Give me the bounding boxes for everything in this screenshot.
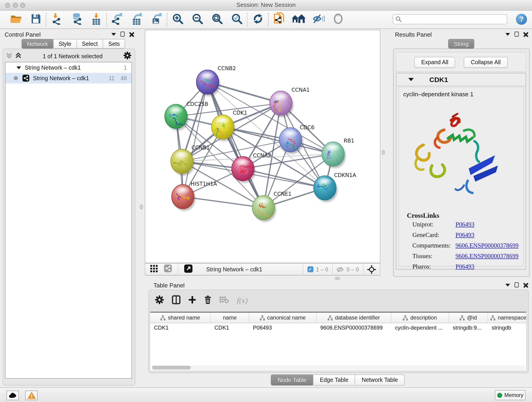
help-button[interactable]: ?	[516, 14, 527, 25]
import-database-button[interactable]	[70, 13, 83, 26]
cloud-button[interactable]	[6, 390, 19, 400]
apply-layout-button[interactable]	[252, 13, 264, 26]
save-session-button[interactable]	[29, 13, 42, 26]
network-node-CDK1[interactable]	[211, 115, 235, 141]
gene-expander-icon[interactable]	[408, 78, 414, 81]
search-input[interactable]	[393, 14, 507, 24]
table-horizontal-scrollbar[interactable]	[151, 365, 525, 370]
column-header-databaseidentifier[interactable]: database identifier	[317, 313, 391, 323]
collapse-all-icon[interactable]	[6, 52, 13, 61]
crosslink-link[interactable]: 9606.ENSP00000378699	[456, 242, 519, 249]
table-cell[interactable]: stringdb	[488, 323, 526, 332]
tab-network-table[interactable]: Network Table	[355, 375, 405, 385]
network-edge[interactable]	[208, 82, 264, 208]
hidden-eye-slash-icon	[336, 266, 344, 273]
tab-string[interactable]: String	[448, 39, 474, 49]
table-scrollbar-thumb[interactable]	[152, 366, 191, 370]
panel-float-icon[interactable]	[515, 282, 519, 287]
table-cell[interactable]: CDK1	[150, 323, 211, 332]
right-splitter-handle[interactable]	[382, 150, 385, 155]
panel-close-icon[interactable]	[523, 282, 528, 287]
crosslink-link[interactable]: P06493	[456, 263, 475, 270]
panel-menu-icon[interactable]	[505, 283, 510, 286]
network-node-HIST1H1A[interactable]	[172, 185, 196, 211]
grid-view-icon[interactable]	[150, 265, 158, 274]
table-row[interactable]: CDK1CDK1P064939606.ENSP00000378699cyclin…	[150, 323, 526, 332]
panel-menu-icon[interactable]	[505, 33, 510, 36]
column-header-name[interactable]: name	[211, 313, 249, 323]
zoom-selected-button[interactable]	[230, 13, 243, 26]
column-header-canonicalname[interactable]: canonical name	[249, 313, 317, 323]
zoom-fit-button[interactable]	[211, 13, 224, 26]
zoom-in-button[interactable]	[171, 13, 184, 26]
panel-close-icon[interactable]	[523, 32, 528, 37]
memory-button[interactable]: Memory	[495, 390, 526, 400]
column-header-sharedname[interactable]: shared name	[150, 313, 211, 323]
bottom-splitter-handle[interactable]	[335, 277, 340, 280]
tab-sets[interactable]: Sets	[103, 39, 125, 49]
gene-details: cyclin–dependent kinase 1	[398, 87, 524, 266]
crosslink-label: Compartments:	[412, 242, 456, 249]
crosslink-link[interactable]: P06493	[456, 231, 475, 238]
open-session-button[interactable]	[10, 13, 22, 26]
hide-show-button[interactable]	[312, 13, 325, 26]
panel-menu-icon[interactable]	[111, 33, 116, 36]
export-network-button[interactable]	[111, 13, 124, 26]
share-session-button[interactable]	[273, 13, 285, 26]
collection-expander-icon[interactable]	[17, 66, 21, 69]
column-type-icon	[328, 315, 333, 320]
add-column-icon[interactable]	[188, 295, 196, 306]
network-canvas[interactable]: CCNB2 CCNA1 CDC25B CDK1 CDC6 RB1 CCNB1	[145, 30, 380, 263]
export-table-button[interactable]	[131, 13, 143, 26]
table-cell[interactable]: cyclin-dependent ...	[391, 323, 449, 332]
column-header-id[interactable]: @id	[449, 313, 488, 323]
network-node-CCNA2[interactable]	[232, 157, 256, 183]
table-cell[interactable]: P06493	[249, 323, 317, 332]
birdseye-view-icon[interactable]	[184, 264, 192, 274]
expand-all-icon[interactable]	[15, 52, 22, 61]
tab-select[interactable]: Select	[76, 39, 103, 49]
crosslink-link[interactable]: P06493	[456, 221, 475, 228]
crosslink-link[interactable]: 9606.ENSP00000378699	[456, 253, 519, 259]
tab-style[interactable]: Style	[53, 39, 77, 49]
import-network-button[interactable]	[51, 13, 63, 26]
network-collection-row[interactable]: String Network – cdk1 1	[6, 62, 132, 73]
expand-all-button[interactable]: Expand All	[414, 57, 455, 68]
selected-nodes-checkbox[interactable]: ✓	[307, 266, 313, 272]
network-row[interactable]: String Network – cdk1 11 48	[6, 73, 132, 83]
tab-edge-table[interactable]: Edge Table	[313, 375, 355, 385]
left-splitter-handle[interactable]	[140, 204, 143, 210]
table-cell[interactable]: CDK1	[211, 323, 249, 332]
column-header-namespace[interactable]: namespace	[488, 313, 526, 323]
network-node-CCNB2[interactable]	[196, 70, 220, 96]
show-columns-icon[interactable]	[172, 295, 181, 306]
tab-node-table[interactable]: Node Table	[271, 375, 313, 385]
column-header-description[interactable]: description	[391, 313, 449, 323]
panel-float-icon[interactable]	[515, 32, 519, 37]
node-label-RB1: RB1	[344, 138, 354, 144]
network-node-RB1[interactable]	[322, 142, 346, 168]
collapse-all-button[interactable]: Collapse All	[464, 57, 508, 68]
table-cell[interactable]: stringdb:9...	[449, 323, 488, 332]
panel-float-icon[interactable]	[120, 32, 125, 37]
tab-network[interactable]: Network	[22, 39, 54, 49]
zoom-out-button[interactable]	[191, 13, 204, 26]
crosshair-icon[interactable]	[367, 265, 376, 274]
export-image-button[interactable]	[150, 13, 163, 26]
warning-button[interactable]	[25, 390, 38, 400]
import-table-button[interactable]	[90, 13, 103, 26]
home-button[interactable]	[292, 13, 305, 26]
table-options-gear-icon[interactable]	[155, 295, 164, 306]
network-node-CCNA1[interactable]	[270, 91, 293, 117]
panel-close-icon[interactable]	[129, 32, 134, 37]
delete-column-icon[interactable]	[204, 295, 212, 306]
network-edge[interactable]	[183, 82, 208, 197]
network-share-icon[interactable]	[164, 264, 172, 274]
houses-icon	[292, 13, 306, 26]
table-cell[interactable]: 9606.ENSP00000378699	[317, 323, 391, 332]
network-options-gear-icon[interactable]	[123, 51, 132, 61]
network-node-CCNE1[interactable]	[252, 196, 276, 222]
network-node-CDC25B[interactable]	[165, 104, 189, 131]
results-panel-tabs: String	[448, 39, 474, 49]
network-node-CDKN1A[interactable]	[314, 176, 337, 202]
